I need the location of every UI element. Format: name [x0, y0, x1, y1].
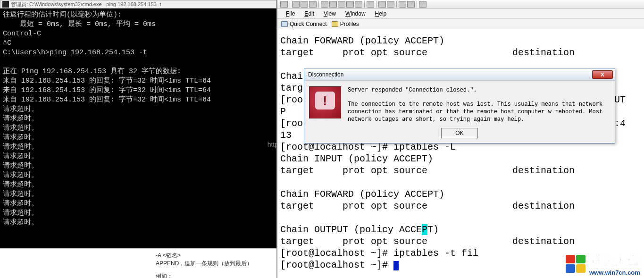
warning-icon: ! [309, 86, 341, 118]
dialog-title-text: Disconnection [308, 71, 343, 78]
cmd-line: 最短 = 0ms, 最长 = 0ms, 平均 = 0ms [3, 20, 156, 28]
toolbar-icon[interactable] [355, 1, 362, 8]
dialog-button-row: OK [304, 126, 615, 143]
toolbar-icon[interactable] [321, 1, 328, 8]
toolbar-icon[interactable] [309, 1, 317, 8]
term-line: [root@localhost ~]# iptables -t fil [280, 248, 478, 259]
cmd-terminal-body[interactable]: 往返行程的估计时间(以毫秒为单位): 最短 = 0ms, 最长 = 0ms, 平… [0, 8, 276, 248]
cmd-line: 来自 192.168.254.153 的回复: 字节=32 时间<1ms TTL… [3, 86, 211, 94]
toolbar-icon[interactable] [399, 1, 406, 8]
cmd-line: 来自 192.168.254.153 的回复: 字节=32 时间<1ms TTL… [3, 77, 211, 85]
term-line: target prot opt source destination [280, 165, 575, 176]
cmd-line: 请求超时。 [3, 200, 38, 208]
toolbar-icon[interactable] [292, 1, 300, 8]
ssh-terminal-body[interactable]: Chain FORWARD (policy ACCEPT) target pro… [277, 29, 644, 278]
ssh-quickbar: Quick Connect Profiles [277, 19, 644, 29]
cmd-line: ^C [3, 39, 11, 47]
cmd-line: 请求超时。 [3, 181, 38, 189]
term-line: P [280, 106, 286, 117]
cmd-line: 请求超时。 [3, 152, 38, 160]
cmd-line: 请求超时。 [3, 162, 38, 170]
dialog-body: ! Server responded "Connection closed.".… [304, 81, 615, 126]
cmd-line: 请求超时。 [3, 219, 38, 227]
cmd-line: 往返行程的估计时间(以毫秒为单位): [3, 11, 122, 19]
watermark-main-text: 系统大全 [589, 253, 640, 269]
toolbar-icon[interactable] [378, 1, 386, 8]
cmd-line: 请求超时。 [3, 115, 38, 123]
cmd-line: C:\Users\h>ping 192.168.254.153 -t [3, 49, 147, 57]
term-line: [root@localhost ~]# [280, 260, 399, 270]
cmd-line: 来自 192.168.254.153 的回复: 字节=32 时间<1ms TTL… [3, 96, 211, 104]
cmd-line: 请求超时。 [3, 124, 38, 132]
menu-help[interactable]: Help [371, 9, 391, 18]
cmd-line: 请求超时。 [3, 209, 38, 217]
toolbar-icon[interactable] [419, 1, 427, 8]
menu-window[interactable]: Window [342, 9, 369, 18]
cmd-line: 正在 Ping 192.168.254.153 具有 32 字节的数据: [3, 67, 181, 76]
quick-connect-button[interactable]: Quick Connect [281, 21, 327, 27]
dialog-close-button[interactable]: X [592, 70, 613, 79]
cmd-line: 请求超时。 [3, 190, 38, 198]
cmd-line: Control-C [3, 30, 41, 38]
cmd-line: 请求超时。 [3, 171, 38, 179]
dialog-body-msg: The connection to the remote host was lo… [348, 101, 610, 123]
menu-view[interactable]: View [320, 9, 340, 18]
toolbar-icon[interactable] [407, 1, 415, 8]
profiles-label: Profiles [340, 21, 359, 27]
lower-line: 例如： [156, 272, 252, 278]
toolbar-icon[interactable] [301, 1, 308, 8]
dialog-titlebar[interactable]: Disconnection X [304, 68, 615, 81]
cmd-icon [2, 1, 9, 8]
dialog-main-msg: Server responded "Connection closed.". [348, 86, 610, 94]
toolbar-icon[interactable] [346, 1, 354, 8]
term-line: target prot opt source destination [280, 236, 575, 247]
cmd-line: 请求超时。 [3, 105, 38, 113]
terminal-cursor [393, 261, 399, 270]
toolbar-icon[interactable] [329, 1, 337, 8]
ssh-menubar: File Edit View Window Help [277, 8, 644, 19]
windows-flag-icon [566, 255, 586, 274]
folder-icon [332, 21, 338, 27]
term-line: Chain FORWARD (policy ACCEPT) [280, 35, 444, 46]
quick-connect-label: Quick Connect [290, 21, 327, 27]
profiles-button[interactable]: Profiles [332, 21, 359, 27]
term-highlight: P [422, 224, 427, 235]
cmd-window: 管理员: C:\Windows\system32\cmd.exe - ping … [0, 0, 276, 278]
lower-line: -A <链名> [156, 252, 252, 260]
ssh-toolbar [277, 0, 644, 8]
toolbar-icon[interactable] [387, 1, 394, 8]
menu-file[interactable]: File [282, 9, 299, 18]
watermark-sub-text: www.win7cn.com [589, 269, 640, 276]
dialog-text: Server responded "Connection closed.". T… [348, 86, 610, 123]
quick-connect-icon [281, 21, 288, 27]
toolbar-icon[interactable] [338, 1, 345, 8]
term-line: target prot opt source destination [280, 201, 575, 211]
cmd-title-text: 管理员: C:\Windows\system32\cmd.exe - ping … [11, 1, 161, 8]
ok-button[interactable]: OK [441, 128, 478, 138]
disconnection-dialog: Disconnection X ! Server responded "Conn… [304, 68, 615, 143]
term-line: target prot opt source destination [280, 47, 575, 58]
watermark-logo: 系统大全 www.win7cn.com [566, 253, 640, 276]
lower-panel: -A <链名> APPEND，追加一条规则（放到最后） 例如： [0, 248, 276, 278]
cmd-line: 请求超时。 [3, 134, 38, 142]
term-line: 13 [280, 130, 292, 141]
term-line: Chain INPUT (policy ACCEPT) [280, 153, 433, 164]
toolbar-icon[interactable] [280, 1, 288, 8]
cmd-line: 请求超时。 [3, 143, 38, 151]
lower-line: APPEND，追加一条规则（放到最后） [156, 260, 252, 268]
term-line: Chain FORWARD (policy ACCEPT) [280, 189, 444, 200]
term-line: Chain OUTPUT (policy ACCEPT) [280, 224, 439, 235]
cmd-titlebar[interactable]: 管理员: C:\Windows\system32\cmd.exe - ping … [0, 0, 276, 8]
close-icon: X [601, 72, 604, 77]
term-line: Chai [280, 71, 303, 82]
menu-edit[interactable]: Edit [301, 9, 318, 18]
toolbar-icon[interactable] [367, 1, 374, 8]
